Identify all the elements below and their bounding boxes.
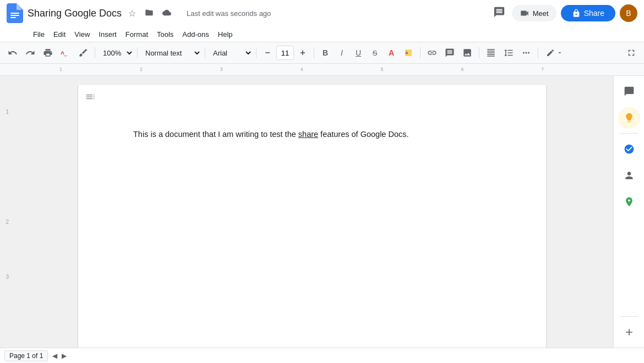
svg-text:A: A xyxy=(61,50,64,56)
menu-help[interactable]: Help xyxy=(214,29,237,40)
zoom-out-arrow[interactable]: ◀ xyxy=(52,352,57,360)
add-sidebar-button[interactable] xyxy=(618,321,640,343)
maps-sidebar-button[interactable] xyxy=(618,191,640,213)
menu-tools[interactable]: Tools xyxy=(152,29,178,40)
contacts-sidebar-button[interactable] xyxy=(618,164,640,186)
menu-format[interactable]: Format xyxy=(121,29,152,40)
undo-button[interactable] xyxy=(4,45,21,61)
tasks-sidebar-button[interactable] xyxy=(618,138,640,160)
menu-insert[interactable]: Insert xyxy=(94,29,121,40)
zoom-selector[interactable]: 100% 75% 90% 125% 150% xyxy=(99,45,134,61)
font-selector[interactable]: Arial Times New Roman Georgia Verdana xyxy=(209,45,253,61)
document-text[interactable]: This is a document that I am writing to … xyxy=(133,129,491,141)
left-gutter: 1 2 3 xyxy=(0,76,11,348)
share-button-label: Share xyxy=(584,9,604,18)
spell-check-button[interactable]: A xyxy=(57,45,74,61)
alignment-button[interactable] xyxy=(483,45,499,61)
avatar[interactable]: B xyxy=(620,4,637,22)
edit-mode-button[interactable] xyxy=(542,45,567,61)
svg-rect-0 xyxy=(10,13,19,14)
document-page[interactable]: This is a document that I am writing to … xyxy=(78,85,546,348)
line-spacing-button[interactable] xyxy=(500,45,517,61)
print-button[interactable] xyxy=(40,45,56,61)
toolbar-divider-5 xyxy=(314,47,314,58)
document-area: This is a document that I am writing to … xyxy=(11,76,613,348)
header-right-controls: Meet Share B xyxy=(491,4,637,23)
more-options-button[interactable] xyxy=(518,45,534,61)
text-style-selector[interactable]: Normal text Heading 1 Heading 2 Heading … xyxy=(141,45,201,61)
ruler: 1 2 3 4 5 6 7 xyxy=(0,64,644,76)
font-select[interactable]: Arial Times New Roman Georgia Verdana xyxy=(209,45,253,61)
toolbar-divider-1 xyxy=(95,47,95,58)
style-select[interactable]: Normal text Heading 1 Heading 2 Heading … xyxy=(141,45,201,61)
increase-font-size-button[interactable]: + xyxy=(295,45,310,61)
paint-format-button[interactable] xyxy=(75,45,91,61)
insert-link-button[interactable] xyxy=(424,45,440,61)
toolbar-divider-2 xyxy=(137,47,138,58)
right-sidebar xyxy=(613,76,644,348)
cloud-save-icon[interactable] xyxy=(160,7,173,20)
bottom-bar: Page 1 of 1 ◀ ▶ xyxy=(0,348,644,363)
page-number-2: 2 xyxy=(6,219,9,225)
insert-image-button[interactable] xyxy=(459,45,476,61)
menu-view[interactable]: View xyxy=(70,29,94,40)
toolbar-divider-8 xyxy=(538,47,538,58)
font-size-container: − + xyxy=(260,45,310,61)
notes-sidebar-button[interactable] xyxy=(618,107,640,129)
document-title[interactable]: Sharing Google Docs xyxy=(28,8,122,19)
font-size-input[interactable] xyxy=(276,46,294,60)
font-color-button[interactable]: A xyxy=(384,45,399,61)
page-number-3: 3 xyxy=(6,274,9,280)
add-comment-button[interactable] xyxy=(441,45,458,61)
svg-rect-1 xyxy=(10,15,19,16)
page-number-1: 1 xyxy=(6,109,9,115)
toolbar-divider-6 xyxy=(420,47,421,58)
toolbar-divider-4 xyxy=(256,47,256,58)
share-word: share xyxy=(298,130,318,139)
meet-button-label: Meet xyxy=(533,9,549,18)
bold-button[interactable]: B xyxy=(318,45,333,61)
zoom-in-arrow[interactable]: ▶ xyxy=(62,352,67,360)
toolbar: A 100% 75% 90% 125% 150% Normal text Hea… xyxy=(0,42,644,64)
menu-file[interactable]: File xyxy=(29,29,49,40)
redo-button[interactable] xyxy=(22,45,39,61)
font-color-a-label: A xyxy=(389,48,394,57)
menu-edit[interactable]: Edit xyxy=(49,29,70,40)
share-button[interactable]: Share xyxy=(561,5,615,21)
sidebar-divider-2 xyxy=(620,316,638,317)
meet-button[interactable]: Meet xyxy=(512,5,556,21)
menu-addons[interactable]: Add-ons xyxy=(178,29,213,40)
avatar-letter: B xyxy=(626,9,631,18)
page-indicator-text: Page 1 of 1 xyxy=(9,352,43,360)
title-section: Sharing Google Docs ☆ xyxy=(28,7,173,20)
toolbar-divider-3 xyxy=(205,47,205,58)
italic-button[interactable]: I xyxy=(334,45,350,61)
sidebar-divider-1 xyxy=(620,133,638,134)
last-edit-status: Last edit was seconds ago xyxy=(187,9,271,18)
decrease-font-size-button[interactable]: − xyxy=(260,45,275,61)
strikethrough-button[interactable]: S xyxy=(367,45,383,61)
svg-rect-2 xyxy=(10,17,16,18)
expand-button[interactable] xyxy=(623,45,640,61)
chat-sidebar-button[interactable] xyxy=(618,80,640,102)
outline-icon[interactable] xyxy=(85,91,96,104)
highlight-button[interactable]: ≡ xyxy=(400,45,417,61)
underline-button[interactable]: U xyxy=(351,45,366,61)
menu-bar: File Edit View Insert Format Tools Add-o… xyxy=(0,26,644,42)
docs-logo-icon xyxy=(7,3,23,23)
star-icon[interactable]: ☆ xyxy=(126,7,138,20)
comment-icon-button[interactable] xyxy=(491,4,507,23)
toolbar-divider-7 xyxy=(479,47,479,58)
zoom-select[interactable]: 100% 75% 90% 125% 150% xyxy=(99,45,134,61)
svg-text:≡: ≡ xyxy=(406,51,408,56)
move-to-folder-icon[interactable] xyxy=(143,7,156,20)
page-indicator[interactable]: Page 1 of 1 xyxy=(4,350,48,361)
